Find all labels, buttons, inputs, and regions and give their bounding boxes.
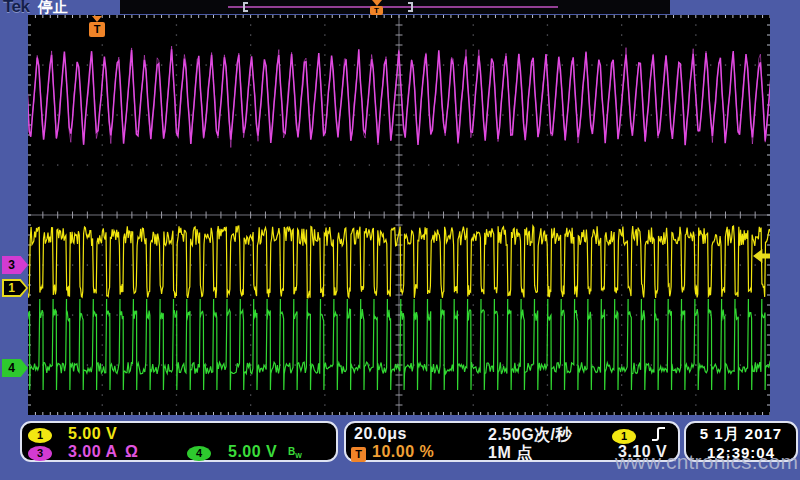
trigger-position-badge[interactable]: T bbox=[351, 447, 366, 462]
channel1-scale[interactable]: 5.00 V bbox=[68, 425, 117, 443]
channel4-zero-marker[interactable]: 4 bbox=[2, 359, 28, 377]
tek-logo: Tek bbox=[3, 0, 30, 17]
window-bracket-right bbox=[408, 2, 413, 12]
channel1-marker-label: 1 bbox=[2, 279, 21, 297]
acquisition-overview-bar[interactable]: T bbox=[120, 0, 670, 14]
trigger-marker-letter: T bbox=[89, 22, 105, 37]
oscilloscope-screen: Tek 停止 T T 3 1 4 1 5.00 V 3 3 bbox=[0, 0, 800, 480]
trigger-position-readout[interactable]: 10.00 % bbox=[372, 443, 434, 461]
date-readout[interactable]: 5 1月 2017 bbox=[686, 425, 796, 444]
trigger-position-marker[interactable]: T bbox=[89, 16, 105, 37]
watermark: www.cntronics.com bbox=[615, 450, 798, 474]
record-length-readout[interactable]: 1M 点 bbox=[488, 443, 533, 464]
graticule bbox=[28, 15, 770, 415]
channel3-marker-label: 3 bbox=[2, 256, 21, 274]
channel3-coupling[interactable]: Ω bbox=[125, 443, 138, 461]
channel-readout-box: 1 5.00 V 3 3.00 A Ω 4 5.00 V BW bbox=[20, 421, 338, 462]
trigger-flag-letter: T bbox=[370, 6, 383, 15]
timebase-readout[interactable]: 20.0μs bbox=[354, 425, 407, 443]
bandwidth-limit-icon: BW bbox=[288, 446, 302, 459]
channel1-badge[interactable]: 1 bbox=[28, 428, 52, 443]
record-length-line bbox=[228, 6, 558, 8]
channel1-zero-marker[interactable]: 1 bbox=[2, 279, 28, 297]
waveform-display bbox=[28, 15, 770, 415]
rising-edge-icon bbox=[650, 426, 668, 442]
channel3-scale[interactable]: 3.00 A bbox=[68, 443, 118, 461]
channel4-marker-label: 4 bbox=[2, 359, 21, 377]
channel4-badge[interactable]: 4 bbox=[187, 446, 211, 461]
window-bracket-left bbox=[243, 2, 248, 12]
channel4-scale[interactable]: 5.00 V bbox=[228, 443, 277, 461]
channel3-zero-marker[interactable]: 3 bbox=[2, 256, 28, 274]
trigger-position-icon[interactable]: T bbox=[370, 0, 383, 15]
channel3-badge[interactable]: 3 bbox=[28, 446, 52, 461]
